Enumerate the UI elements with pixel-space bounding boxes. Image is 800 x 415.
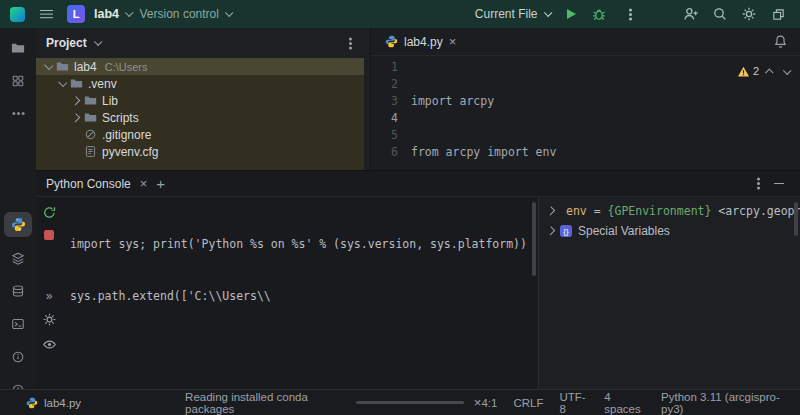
- bug-icon: [591, 6, 607, 22]
- chevron-down-icon[interactable]: [58, 78, 67, 87]
- console-tab-bar: Python Console × +: [36, 171, 800, 197]
- terminal-icon: [11, 317, 25, 331]
- config-file-icon: [84, 145, 97, 158]
- chevron-right-icon[interactable]: [71, 96, 80, 105]
- console-tab-label[interactable]: Python Console: [46, 177, 131, 191]
- sidebar-item-terminal[interactable]: [4, 311, 32, 336]
- new-console-button[interactable]: +: [156, 176, 165, 191]
- sidebar-item-database[interactable]: [4, 278, 32, 303]
- python-icon: [11, 217, 26, 232]
- tree-item-pyvenv-cfg[interactable]: pyvenv.cfg: [36, 143, 364, 160]
- sidebar-item-problems[interactable]: [4, 344, 32, 369]
- debug-button[interactable]: [587, 3, 611, 25]
- editor-tab-lab4[interactable]: lab4.py ×: [379, 28, 462, 55]
- info-circle-icon: [11, 350, 25, 364]
- folder-icon: [84, 94, 97, 107]
- special-variables-icon: {}: [560, 225, 572, 237]
- editor[interactable]: 1 2 3 4 5 6 import arcpy from arcpy impo…: [371, 56, 800, 170]
- editor-tab-bar: lab4.py ×: [371, 28, 800, 56]
- restore-window-button[interactable]: [766, 3, 790, 25]
- inspections-widget[interactable]: 2: [737, 63, 788, 80]
- tree-item-label: .venv: [88, 77, 117, 91]
- variables-scrollbar[interactable]: [794, 202, 798, 236]
- chevron-down-icon: [125, 9, 133, 17]
- tree-item-label: Scripts: [102, 111, 139, 125]
- tree-item-lib[interactable]: Lib: [36, 92, 364, 109]
- line-number-current: 4: [371, 110, 398, 127]
- status-file-widget[interactable]: lab4.py: [26, 397, 81, 409]
- tree-item-label: lab4: [74, 60, 97, 74]
- notifications-button[interactable]: [773, 28, 788, 55]
- folder-icon: [70, 77, 83, 90]
- tree-item-label: .gitignore: [102, 128, 151, 142]
- caret-position-widget[interactable]: 4:1: [481, 397, 497, 409]
- tree-item-scripts[interactable]: Scripts: [36, 109, 364, 126]
- sidebar-item-commit[interactable]: [4, 68, 32, 93]
- panel-title: Project: [46, 36, 87, 50]
- sidebar-item-python-console[interactable]: [4, 212, 32, 237]
- console-output[interactable]: import sys; print('Python %s on %s' % (s…: [62, 197, 538, 389]
- title-bar-actions: [679, 3, 790, 25]
- ignored-file-icon: [84, 128, 97, 141]
- run-button[interactable]: [556, 3, 580, 25]
- vcs-widget[interactable]: Version control: [140, 7, 231, 21]
- variable-row-env[interactable]: env = {GPEnvironment} <arcpy.geoprocess: [539, 201, 800, 221]
- more-run-options-button[interactable]: [618, 3, 642, 25]
- close-icon[interactable]: ×: [449, 35, 457, 48]
- code-line: import arcpy: [411, 93, 800, 110]
- tree-item-gitignore[interactable]: .gitignore: [36, 126, 364, 143]
- code-with-me-button[interactable]: [679, 3, 703, 25]
- console-toolbar: »: [36, 197, 62, 389]
- interpreter-widget[interactable]: Python 3.11 (arcgispro-py3): [661, 391, 786, 415]
- python-console-tool-window: Python Console × + »: [36, 170, 800, 389]
- chevron-right-icon[interactable]: [546, 207, 555, 216]
- main-menu-button[interactable]: [34, 3, 58, 25]
- scroll-to-end-icon[interactable]: »: [46, 290, 53, 302]
- code-line: from arcpy import env: [411, 144, 800, 161]
- warnings-indicator[interactable]: 2: [737, 63, 759, 80]
- close-icon[interactable]: ×: [140, 177, 148, 190]
- chevron-down-icon: [544, 9, 552, 17]
- run-config-label: Current File: [475, 7, 538, 21]
- sidebar-item-more-tools[interactable]: [4, 101, 32, 126]
- console-options-button[interactable]: [757, 182, 760, 185]
- project-tree: lab4 C:\Users .venv Lib Scripts: [36, 58, 364, 170]
- cancel-task-icon[interactable]: ×: [474, 396, 482, 409]
- sidebar-item-python-packages[interactable]: [4, 245, 32, 270]
- chevron-right-icon[interactable]: [546, 227, 555, 236]
- background-task-widget[interactable]: Reading installed conda packages ×: [185, 391, 481, 415]
- gear-icon: [741, 6, 757, 22]
- tree-item-venv[interactable]: .venv: [36, 75, 364, 92]
- stop-icon[interactable]: [44, 230, 54, 240]
- special-variables-row[interactable]: {} Special Variables: [539, 221, 800, 241]
- chevron-down-icon[interactable]: [44, 61, 53, 70]
- indent-widget[interactable]: 4 spaces: [604, 391, 645, 415]
- prev-problem-icon[interactable]: [765, 69, 773, 77]
- project-avatar: L: [67, 5, 85, 23]
- python-file-icon: [385, 35, 398, 48]
- encoding-widget[interactable]: UTF-8: [559, 391, 588, 415]
- vertical-ellipsis-icon: [629, 13, 632, 16]
- project-options-button[interactable]: [340, 42, 360, 45]
- console-settings-icon[interactable]: [42, 312, 57, 327]
- rerun-icon[interactable]: [42, 205, 57, 220]
- search-everywhere-button[interactable]: [708, 3, 732, 25]
- grid-icon: [11, 74, 25, 88]
- console-line: sys.path.extend(['C:\\Users\\: [70, 288, 530, 305]
- chevron-down-icon[interactable]: [94, 38, 102, 46]
- editor-area: lab4.py × 1 2 3 4 5 6 import arcpy from …: [370, 28, 800, 170]
- console-header-actions: [757, 182, 790, 185]
- editor-gutter: 1 2 3 4 5 6: [371, 59, 411, 170]
- show-variables-eye-icon[interactable]: [42, 337, 57, 352]
- tree-item-lab4[interactable]: lab4 C:\Users: [36, 58, 364, 75]
- console-scrollbar[interactable]: [532, 202, 536, 276]
- settings-button[interactable]: [737, 3, 761, 25]
- project-widget[interactable]: lab4: [94, 7, 131, 21]
- run-config-selector[interactable]: Current File: [475, 7, 549, 21]
- status-file-name: lab4.py: [44, 397, 81, 409]
- sidebar-item-project[interactable]: [4, 35, 32, 60]
- chevron-right-icon[interactable]: [71, 113, 80, 122]
- special-variables-label: Special Variables: [578, 224, 670, 238]
- line-separator-widget[interactable]: CRLF: [513, 397, 543, 409]
- hide-panel-button[interactable]: [774, 183, 784, 185]
